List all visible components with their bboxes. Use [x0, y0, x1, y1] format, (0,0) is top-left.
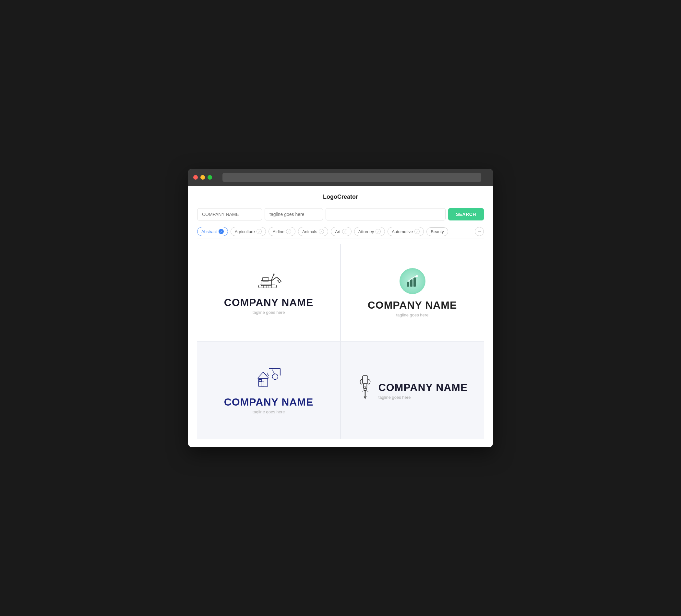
logo-card-1[interactable]: COMPANY NAME tagline goes here [197, 244, 340, 341]
logo-icon-drill [357, 375, 373, 402]
filter-label: Attorney [358, 229, 374, 234]
svg-rect-12 [407, 282, 409, 287]
svg-rect-17 [261, 382, 264, 386]
browser-window: LogoCreator SEARCH Abstract ✓ Agricultur… [188, 169, 493, 447]
color-input[interactable] [326, 208, 446, 221]
svg-line-25 [268, 375, 269, 376]
logo-4-company-name: COMPANY NAME [378, 382, 468, 393]
search-button[interactable]: SEARCH [448, 208, 484, 221]
logo-3-tagline: tagline goes here [253, 409, 285, 414]
app-title: LogoCreator [197, 194, 484, 200]
svg-rect-18 [259, 380, 261, 382]
logo-card-3[interactable]: COMPANY NAME tagline goes here [197, 342, 340, 439]
traffic-lights [193, 175, 212, 180]
filter-chip-airline[interactable]: Airline ✓ [269, 227, 296, 236]
filter-label: Beauty [431, 229, 444, 234]
filter-chip-attorney[interactable]: Attorney ✓ [354, 227, 385, 236]
logo-4-tagline: tagline goes here [378, 395, 468, 400]
tagline-input[interactable] [264, 208, 323, 221]
svg-rect-14 [413, 278, 416, 287]
traffic-light-red[interactable] [193, 175, 198, 180]
logo-4-text-area: COMPANY NAME tagline goes here [378, 382, 468, 400]
filter-label: Animals [302, 229, 317, 234]
logo-2-company-name: COMPANY NAME [368, 299, 457, 311]
url-bar[interactable] [223, 173, 481, 182]
check-icon-automotive: ✓ [414, 229, 420, 234]
filter-bar: Abstract ✓ Agriculture ✓ Airline ✓ Anima… [197, 227, 484, 239]
filter-label: Automotive [392, 229, 413, 234]
company-name-input[interactable] [197, 208, 262, 221]
filter-label: Agriculture [235, 229, 255, 234]
logo-1-company-name: COMPANY NAME [224, 297, 313, 309]
svg-line-9 [277, 277, 280, 280]
filter-next-button[interactable]: → [475, 227, 484, 236]
app-content: LogoCreator SEARCH Abstract ✓ Agricultur… [188, 186, 493, 447]
search-bar: SEARCH [197, 208, 484, 221]
filter-chip-art[interactable]: Art ✓ [331, 227, 352, 236]
check-icon-animals: ✓ [319, 229, 324, 234]
traffic-light-green[interactable] [207, 175, 212, 180]
logo-card-4[interactable]: COMPANY NAME tagline goes here [341, 342, 484, 439]
logo-icon-excavator [256, 271, 282, 291]
svg-rect-26 [362, 376, 368, 384]
filter-chip-abstract[interactable]: Abstract ✓ [197, 227, 228, 236]
logo-grid: COMPANY NAME tagline goes here [197, 244, 484, 439]
check-icon-attorney: ✓ [376, 229, 381, 234]
logo-2-tagline: tagline goes here [396, 312, 429, 317]
check-icon-airline: ✓ [286, 229, 291, 234]
check-icon-abstract: ✓ [219, 229, 224, 234]
check-icon-agriculture: ✓ [256, 229, 262, 234]
logo-icon-house-destruction [254, 367, 283, 391]
filter-chip-automotive[interactable]: Automotive ✓ [387, 227, 424, 236]
filter-label: Abstract [201, 229, 217, 234]
svg-point-15 [416, 275, 418, 277]
chart-circle-icon [400, 268, 426, 294]
logo-3-company-name: COMPANY NAME [224, 396, 313, 408]
svg-rect-13 [410, 280, 412, 287]
logo-1-tagline: tagline goes here [253, 310, 285, 315]
svg-line-24 [267, 373, 267, 375]
svg-rect-28 [364, 388, 366, 391]
filter-label: Airline [273, 229, 284, 234]
browser-titlebar [188, 169, 493, 186]
logo-icon-chart-circle [400, 268, 426, 294]
filter-label: Art [335, 229, 340, 234]
filter-chip-animals[interactable]: Animals ✓ [298, 227, 328, 236]
traffic-light-yellow[interactable] [200, 175, 205, 180]
filter-chip-agriculture[interactable]: Agriculture ✓ [231, 227, 266, 236]
filter-chip-beauty[interactable]: Beauty [426, 227, 448, 236]
logo-card-2[interactable]: COMPANY NAME tagline goes here [341, 244, 484, 341]
check-icon-art: ✓ [342, 229, 347, 234]
